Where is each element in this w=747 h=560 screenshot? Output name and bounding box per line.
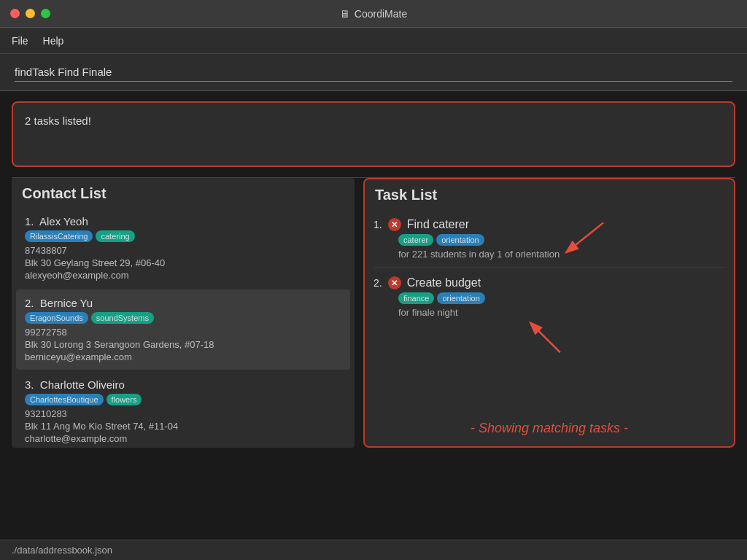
close-button[interactable] [10, 9, 20, 18]
task-num-2: 2. [374, 277, 382, 289]
contact-item-2[interactable]: 2. Bernice Yu EragonSounds soundSystems … [16, 289, 350, 370]
task-tags-2: finance orientation [398, 292, 725, 304]
contact-tags-3: CharlottesBoutique flowers [25, 394, 341, 405]
contact-address-3: Blk 11 Ang Mo Kio Street 74, #11-04 [25, 421, 341, 432]
tag-eragonsounds: EragonSounds [25, 312, 88, 324]
titlebar: 🖥 CoordiMate [0, 0, 747, 28]
panels-wrapper: Contact List 1. Alex Yeoh RilassisCateri… [0, 178, 747, 448]
command-area [0, 54, 747, 91]
contact-phone-2: 99272758 [25, 327, 341, 338]
task-header-2: 2. ✕ Create budget [374, 276, 725, 289]
task-x-icon-1: ✕ [388, 218, 401, 231]
contact-panel: Contact List 1. Alex Yeoh RilassisCateri… [12, 178, 355, 448]
task-name-2: Create budget [407, 276, 481, 289]
contact-tags-2: EragonSounds soundSystems [25, 312, 341, 324]
contact-name-1: 1. Alex Yeoh [25, 215, 341, 228]
task-item-2[interactable]: 2. ✕ Create budget finance orientation f… [374, 268, 725, 325]
task-tag-orientation-1: orientation [436, 234, 484, 246]
contact-email-2: berniceyu@example.com [25, 351, 341, 362]
menu-help[interactable]: Help [43, 35, 64, 47]
contact-tags-1: RilassisCatering catering [25, 230, 341, 242]
menu-file[interactable]: File [12, 35, 28, 47]
tag-charlottesboutique: CharlottesBoutique [25, 394, 104, 405]
minimize-button[interactable] [26, 9, 35, 18]
contact-item-1[interactable]: 1. Alex Yeoh RilassisCatering catering 8… [16, 208, 350, 288]
task-header-1: 1. ✕ Find caterer [374, 218, 725, 231]
contact-email-3: charlotte@example.com [25, 433, 341, 444]
contact-list-title: Contact List [12, 178, 355, 208]
app-icon: 🖥 [340, 8, 350, 20]
contact-item-3[interactable]: 3. Charlotte Oliveiro CharlottesBoutique… [16, 371, 350, 448]
tag-catering: catering [96, 230, 134, 242]
maximize-button[interactable] [41, 9, 50, 18]
statusbar: ./data/addressbook.json [0, 540, 747, 560]
contact-email-1: alexyeoh@example.com [25, 270, 341, 281]
result-box: 2 tasks listed! [12, 101, 735, 167]
window-controls [10, 9, 50, 18]
task-list: 1. ✕ Find caterer caterer orientation fo… [365, 209, 734, 446]
contact-name-3: 3. Charlotte Oliveiro [25, 378, 341, 391]
task-num-1: 1. [374, 219, 382, 230]
command-input[interactable] [15, 63, 732, 82]
task-tag-caterer: caterer [398, 234, 433, 246]
contact-address-1: Blk 30 Geylang Street 29, #06-40 [25, 257, 341, 268]
task-tag-orientation-2: orientation [437, 292, 484, 304]
task-name-1: Find caterer [407, 218, 469, 231]
task-desc-1: for 221 students in day 1 of orientation [398, 249, 725, 260]
status-path: ./data/addressbook.json [12, 545, 112, 556]
contact-address-2: Blk 30 Lorong 3 Serangoon Gardens, #07-1… [25, 339, 341, 350]
contact-phone-1: 87438807 [25, 245, 341, 256]
task-list-title: Task List [365, 179, 734, 209]
app-title: 🖥 CoordiMate [340, 8, 407, 20]
task-item-1[interactable]: 1. ✕ Find caterer caterer orientation fo… [374, 209, 725, 268]
tag-rilassiscatering: RilassisCatering [25, 230, 93, 242]
task-panel: Task List 1. ✕ Find caterer caterer orie… [363, 178, 735, 448]
contact-list: 1. Alex Yeoh RilassisCatering catering 8… [12, 208, 355, 448]
task-desc-2: for finale night [398, 307, 725, 318]
tag-flowers: flowers [107, 394, 142, 405]
task-tags-1: caterer orientation [398, 234, 725, 246]
app-title-text: CoordiMate [355, 8, 407, 20]
contact-name-2: 2. Bernice Yu [25, 297, 341, 309]
result-text: 2 tasks listed! [25, 114, 91, 127]
task-tag-finance: finance [398, 292, 434, 304]
task-x-icon-2: ✕ [388, 276, 401, 289]
menubar: File Help [0, 28, 747, 54]
matching-label: - Showing matching tasks - [365, 421, 734, 436]
tag-soundsystems: soundSystems [91, 312, 154, 324]
contact-phone-3: 93210283 [25, 408, 341, 419]
